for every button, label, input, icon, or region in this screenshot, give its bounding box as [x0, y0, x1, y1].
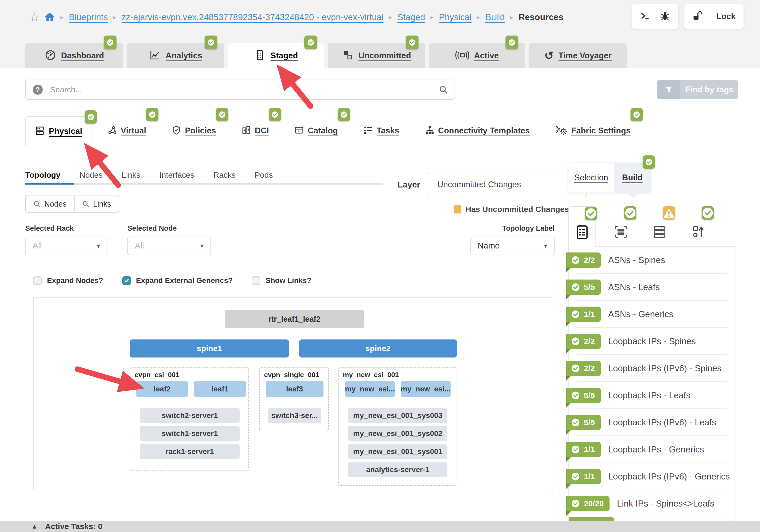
tab-links[interactable]: Links — [121, 170, 140, 180]
topology-view-tabs: Topology Nodes Links Interfaces Racks Po… — [25, 167, 383, 185]
node-analytics-server-1[interactable]: analytics-server-1 — [348, 462, 448, 477]
physical-rack-icon — [35, 126, 45, 137]
resource-row-loopback-leafs[interactable]: 5/5 Loopback IPs - Leafs — [569, 382, 735, 409]
resource-row-loopback-v6-generics[interactable]: 1/1 Loopback IPs (IPv6) - Generics — [569, 463, 735, 490]
selected-rack-label: Selected Rack — [25, 224, 74, 233]
resource-row-loopback-spines[interactable]: 2/2 Loopback IPs - Spines — [569, 328, 735, 355]
resource-status-badge: 1/1 — [566, 442, 601, 457]
node-my-new-esi-001-sys002[interactable]: my_new_esi_001_sys002 — [348, 426, 448, 441]
status-ok-badge — [631, 108, 643, 121]
node-switch1-server1[interactable]: switch1-server1 — [140, 426, 240, 441]
chevron-down-icon: ▾ — [200, 242, 204, 249]
tab-racks[interactable]: Racks — [214, 170, 235, 180]
tab-active[interactable]: Active — [429, 43, 525, 68]
tab-external-generics[interactable] — [685, 206, 712, 246]
breadcrumb-blueprints[interactable]: Blueprints — [69, 12, 108, 22]
node-leaf3[interactable]: leaf3 — [265, 381, 323, 397]
tab-dashboard[interactable]: Dashboard — [25, 43, 123, 68]
terminal-icon[interactable] — [640, 11, 650, 22]
breadcrumb-blueprint-name[interactable]: zz-ajarvis-evpn.vex.2485377892354-374324… — [121, 12, 383, 22]
tab-device-profiles[interactable] — [607, 206, 635, 246]
node-rack1-server1[interactable]: rack1-server1 — [140, 444, 240, 459]
resource-status-badge: 5/5 — [566, 280, 601, 295]
rack-my-new-esi-001[interactable]: my_new_esi_001 my_new_esi... my_new_esi.… — [338, 367, 456, 486]
lock-button[interactable]: Lock — [684, 4, 743, 29]
tab-time-voyager[interactable]: ↺ Time Voyager — [529, 43, 627, 68]
nodes-filter-button[interactable]: Nodes — [25, 195, 74, 213]
resource-row-loopback-v6-leafs[interactable]: 5/5 Loopback IPs (IPv6) - Leafs — [569, 409, 735, 436]
resource-row-asns-generics[interactable]: 1/1 ASNs - Generics — [569, 301, 735, 328]
search-icon[interactable] — [439, 85, 448, 94]
resource-row-loopback-v6-spines[interactable]: 2/2 Loopback IPs (IPv6) - Spines — [569, 355, 735, 382]
expand-external-generics-checkbox[interactable]: Expand External Generics? — [122, 276, 233, 285]
search-input[interactable] — [25, 79, 455, 100]
node-spine2[interactable]: spine2 — [299, 339, 457, 358]
rack-evpn-esi-001[interactable]: evpn_esi_001 leaf2 leaf1 switch2-server1… — [130, 367, 249, 471]
tab-pods[interactable]: Pods — [255, 170, 273, 180]
tab-policies[interactable]: Policies — [172, 125, 216, 136]
search-help-icon[interactable]: ? — [33, 85, 43, 95]
find-by-tags-button[interactable]: Find by tags — [657, 80, 738, 99]
selection-toggle[interactable]: Selection — [568, 163, 614, 193]
node-switch2-server1[interactable]: switch2-server1 — [140, 408, 240, 423]
breadcrumb-build[interactable]: Build — [485, 12, 505, 22]
tab-analytics[interactable]: Analytics — [127, 43, 224, 68]
breadcrumb-physical[interactable]: Physical — [439, 12, 472, 22]
status-ok-badge — [205, 35, 217, 49]
tab-devices[interactable] — [646, 206, 674, 246]
layer-select[interactable]: Uncommitted Changes ✕ — [428, 172, 587, 197]
links-filter-button[interactable]: Links — [74, 195, 119, 213]
tab-dci[interactable]: DCI — [242, 125, 269, 136]
resource-row-asns-leafs[interactable]: 5/5 ASNs - Leafs — [569, 274, 735, 301]
node-my-new-esi-001-sys001[interactable]: my_new_esi_001_sys001 — [348, 444, 448, 459]
node-spine1[interactable]: spine1 — [130, 339, 289, 358]
tab-connectivity-templates[interactable]: Connectivity Templates — [425, 125, 530, 136]
resource-row-asns-spines[interactable]: 2/2 ASNs - Spines — [569, 246, 735, 274]
tab-staged[interactable]: Staged — [228, 43, 324, 68]
resource-count: 5/5 — [584, 391, 595, 400]
tab-uncommitted[interactable]: Uncommitted — [328, 43, 425, 68]
gauge-icon — [45, 49, 56, 62]
active-tasks-bar[interactable]: ▲ Active Tasks: 0 — [0, 521, 760, 532]
tab-tasks[interactable]: Tasks — [363, 125, 400, 136]
node-leaf2[interactable]: leaf2 — [136, 381, 188, 397]
tab-virtual[interactable]: Virtual — [108, 125, 146, 136]
virtual-network-icon — [108, 125, 117, 136]
uncommitted-boxes-icon — [342, 49, 354, 62]
selected-rack-dropdown[interactable]: All ▾ — [25, 237, 108, 255]
tab-catalog[interactable]: Catalog — [294, 125, 338, 136]
selected-node-dropdown[interactable]: All ▾ — [127, 237, 211, 255]
node-switch3-server[interactable]: switch3-ser... — [268, 408, 321, 423]
node-my-new-esi-001-sys003[interactable]: my_new_esi_001_sys003 — [348, 408, 448, 423]
expand-nodes-checkbox[interactable]: Expand Nodes? — [33, 276, 103, 285]
tab-topology[interactable]: Topology — [25, 170, 61, 180]
node-my-new-esi-leaf-2[interactable]: my_new_esi... — [401, 381, 451, 397]
tab-fabric-settings[interactable]: Fabric Settings — [555, 125, 631, 136]
rack-evpn-single-001[interactable]: evpn_single_001 leaf3 switch3-ser... — [259, 367, 329, 431]
node-external-router[interactable]: rtr_leaf1_leaf2 — [225, 310, 364, 328]
collapse-icon[interactable]: ▲ — [31, 523, 38, 530]
nodes-filter-label: Nodes — [44, 200, 67, 208]
tab-physical[interactable]: Physical — [25, 116, 92, 146]
search-bar: ? — [25, 79, 455, 100]
resource-row-loopback-generics[interactable]: 1/1 Loopback IPs - Generics — [569, 436, 735, 463]
node-my-new-esi-leaf-1[interactable]: my_new_esi... — [345, 381, 395, 397]
home-icon[interactable] — [44, 11, 55, 23]
lock-button-label: Lock — [717, 12, 736, 21]
status-ok-badge — [305, 35, 317, 49]
resource-status-badge: 5/5 — [566, 415, 601, 430]
tab-interfaces[interactable]: Interfaces — [160, 170, 195, 180]
tab-resources-list[interactable] — [568, 206, 596, 247]
tab-nodes[interactable]: Nodes — [80, 170, 103, 180]
badge-fold — [566, 403, 571, 408]
breadcrumb-staged[interactable]: Staged — [397, 12, 425, 22]
badge-fold — [566, 322, 571, 327]
topology-label-dropdown[interactable]: Name ▾ — [470, 237, 555, 255]
show-links-checkbox[interactable]: Show Links? — [252, 276, 311, 285]
resource-row-link-ips[interactable]: 20/20 Link IPs - Spines<>Leafs — [569, 490, 735, 517]
rack-name: evpn_single_001 — [264, 371, 319, 379]
bug-icon[interactable] — [660, 11, 670, 22]
badge-fold — [566, 430, 571, 435]
node-leaf1[interactable]: leaf1 — [194, 381, 246, 397]
favorite-star-icon[interactable]: ☆ — [29, 11, 39, 23]
